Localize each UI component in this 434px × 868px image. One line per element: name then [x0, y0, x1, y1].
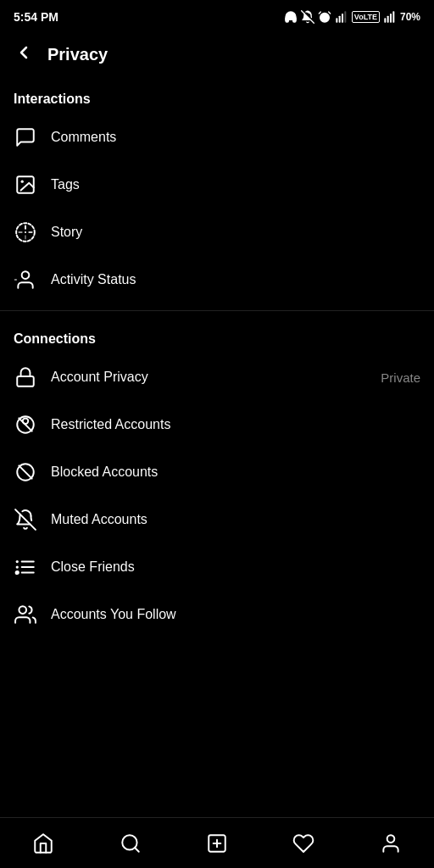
svg-rect-5 [344, 11, 346, 22]
signal2-icon [383, 10, 397, 24]
svg-line-25 [15, 509, 36, 530]
interactions-section-header: Interactions [0, 78, 434, 114]
muted-accounts-label: Muted Accounts [51, 512, 420, 527]
section-divider [0, 310, 434, 311]
svg-point-22 [23, 418, 29, 424]
story-icon [14, 220, 37, 244]
heart-icon [292, 832, 314, 854]
svg-point-18 [22, 271, 30, 279]
svg-rect-2 [336, 18, 337, 22]
svg-rect-3 [338, 16, 340, 23]
activity-status-label: Activity Status [51, 272, 420, 287]
nav-new-post[interactable] [174, 818, 260, 868]
svg-rect-4 [342, 14, 343, 23]
svg-rect-8 [390, 14, 392, 23]
account-privacy-value: Private [381, 370, 420, 385]
svg-point-38 [387, 835, 394, 843]
bottom-nav [0, 817, 434, 868]
svg-point-32 [19, 606, 26, 614]
nav-activity[interactable] [260, 818, 347, 868]
muted-icon [14, 508, 37, 531]
back-button[interactable] [14, 42, 34, 66]
connections-section-header: Connections [0, 318, 434, 353]
nav-search[interactable] [86, 818, 173, 868]
svg-rect-7 [387, 16, 389, 23]
signal-icon [335, 10, 348, 24]
svg-point-11 [21, 181, 24, 183]
battery-icon: 70% [400, 11, 420, 23]
svg-point-29 [16, 560, 19, 563]
svg-rect-19 [17, 376, 34, 387]
menu-item-blocked-accounts[interactable]: Blocked Accounts [0, 448, 434, 496]
header: Privacy [0, 31, 434, 78]
search-icon [120, 832, 142, 854]
alarm-icon [318, 10, 331, 24]
content: Interactions Comments Tags [0, 78, 434, 817]
bell-muted-icon [301, 10, 314, 24]
comment-icon [14, 125, 37, 149]
blocked-icon [14, 460, 37, 484]
svg-point-30 [16, 565, 19, 568]
menu-item-account-privacy[interactable]: Account Privacy Private [0, 353, 434, 401]
nav-profile[interactable] [348, 818, 434, 868]
svg-line-21 [19, 418, 31, 431]
restricted-icon [14, 413, 37, 437]
menu-item-story[interactable]: Story [0, 209, 434, 256]
menu-item-restricted-accounts[interactable]: Restricted Accounts [0, 401, 434, 448]
story-label: Story [51, 225, 420, 240]
svg-line-24 [19, 465, 31, 478]
menu-item-activity-status[interactable]: Activity Status [0, 256, 434, 303]
user-icon [380, 832, 402, 854]
close-friends-label: Close Friends [51, 559, 420, 575]
accounts-you-follow-label: Accounts You Follow [51, 607, 420, 622]
tags-label: Tags [51, 177, 420, 192]
page-title: Privacy [47, 45, 108, 64]
menu-item-tags[interactable]: Tags [0, 161, 434, 209]
home-icon [32, 832, 54, 854]
nav-home[interactable] [0, 818, 86, 868]
status-icons: VoLTE 70% [284, 10, 420, 24]
tags-icon [14, 173, 37, 197]
blocked-accounts-label: Blocked Accounts [51, 465, 420, 480]
account-privacy-label: Account Privacy [51, 370, 367, 385]
close-friends-icon [14, 555, 37, 579]
follow-icon [14, 603, 37, 626]
restricted-accounts-label: Restricted Accounts [51, 417, 420, 432]
plus-square-icon [206, 832, 228, 854]
comments-label: Comments [51, 130, 420, 145]
menu-item-comments[interactable]: Comments [0, 114, 434, 161]
activity-icon [14, 268, 37, 292]
svg-line-34 [135, 848, 139, 852]
headphones-icon [284, 10, 298, 24]
menu-item-accounts-you-follow[interactable]: Accounts You Follow [0, 591, 434, 638]
lock-icon [14, 365, 37, 389]
status-time: 5:54 PM [14, 10, 58, 24]
menu-item-close-friends[interactable]: Close Friends [0, 543, 434, 591]
svg-rect-9 [392, 11, 394, 22]
volte-icon: VoLTE [352, 11, 380, 23]
menu-item-muted-accounts[interactable]: Muted Accounts [0, 496, 434, 543]
svg-point-13 [25, 231, 26, 233]
svg-rect-6 [384, 18, 386, 22]
status-bar: 5:54 PM VoLTE [0, 0, 434, 31]
